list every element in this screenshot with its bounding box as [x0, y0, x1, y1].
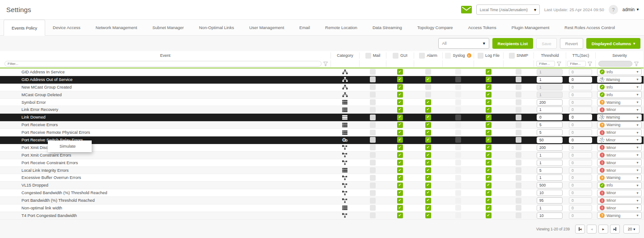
tab-events-policy[interactable]: Events Policy	[4, 20, 45, 36]
mail-checkbox[interactable]	[370, 144, 376, 150]
log-checkbox[interactable]	[486, 198, 491, 204]
table-row[interactable]: Port Receive Remote Physical Errors!Mino…	[0, 129, 644, 136]
alarm-checkbox[interactable]	[425, 190, 431, 196]
alarm-checkbox[interactable]	[425, 130, 431, 136]
mail-checkbox[interactable]	[370, 84, 376, 90]
context-menu-item-simulate[interactable]: Simulate	[48, 140, 92, 152]
log-checkbox[interactable]	[486, 160, 491, 166]
snmp-checkbox[interactable]	[516, 212, 521, 218]
snmp-checkbox[interactable]	[516, 107, 521, 113]
mail-checkbox[interactable]	[370, 198, 376, 204]
ttl-input[interactable]	[569, 190, 592, 196]
ttl-input[interactable]	[569, 137, 592, 143]
filter-funnel-icon[interactable]	[634, 62, 639, 66]
tab-remote-location[interactable]: Remote Location	[318, 20, 365, 35]
ttl-input[interactable]	[569, 182, 592, 188]
gui-checkbox[interactable]	[397, 144, 403, 150]
threshold-input[interactable]	[537, 167, 563, 174]
tab-non-optimal-links[interactable]: Non-Optimal Links	[191, 20, 242, 35]
log-checkbox[interactable]	[486, 76, 491, 82]
tab-access-tokens[interactable]: Access Tokens	[461, 20, 504, 35]
threshold-input[interactable]	[537, 174, 563, 181]
mail-select-all-checkbox[interactable]	[365, 53, 371, 59]
alarm-checkbox[interactable]	[425, 92, 431, 98]
threshold-input[interactable]	[537, 190, 563, 196]
snmp-checkbox[interactable]	[516, 144, 521, 150]
syslog-checkbox[interactable]	[455, 160, 461, 166]
snmp-checkbox[interactable]	[516, 160, 521, 166]
ttl-input[interactable]	[569, 167, 592, 174]
table-row[interactable]: Link Downed?Warning▼	[0, 114, 644, 121]
displayed-columns-button[interactable]: Displayed Columns ▾	[586, 38, 640, 49]
severity-select[interactable]: !Minor▼	[597, 129, 642, 136]
event-filter-input[interactable]	[4, 61, 322, 67]
gui-checkbox[interactable]	[397, 137, 403, 143]
severity-select[interactable]: !Minor▼	[597, 144, 642, 151]
syslog-checkbox[interactable]	[455, 69, 461, 75]
syslog-checkbox[interactable]	[455, 144, 461, 150]
mail-checkbox[interactable]	[370, 167, 376, 173]
table-row[interactable]: Port Xmit Constraint Errors!Minor▼	[0, 152, 644, 159]
threshold-input[interactable]	[537, 92, 563, 98]
severity-select[interactable]: !Minor▼	[597, 204, 642, 211]
revert-button[interactable]: Revert	[560, 38, 583, 49]
table-row[interactable]: Non-optimal link width!Minor▼	[0, 204, 644, 212]
tab-topology-compare[interactable]: Topology Compare	[410, 20, 461, 35]
syslog-checkbox[interactable]	[455, 137, 461, 143]
table-row[interactable]: Port Bandwidth (%) Threshold Reached!Min…	[0, 197, 644, 204]
alarm-checkbox[interactable]	[425, 183, 431, 188]
logfile-select-all-checkbox[interactable]	[478, 53, 483, 59]
gui-checkbox[interactable]	[397, 152, 403, 158]
table-row[interactable]: MCast Group Deleted✓Info▼	[0, 91, 644, 99]
gui-checkbox[interactable]	[397, 190, 403, 196]
snmp-checkbox[interactable]	[516, 190, 521, 196]
mail-checkbox[interactable]	[370, 107, 376, 113]
gui-checkbox[interactable]	[397, 92, 403, 98]
gui-checkbox[interactable]	[397, 212, 403, 218]
syslog-info-icon[interactable]: i	[467, 53, 471, 58]
ttl-input[interactable]	[569, 69, 592, 75]
table-row[interactable]: Local Link Integrity Errors!Minor▼	[0, 167, 644, 174]
mail-checkbox[interactable]	[370, 205, 376, 211]
gui-checkbox[interactable]	[397, 122, 403, 128]
table-row[interactable]: Port Xmit Discards!Minor▼	[0, 144, 644, 152]
snmp-checkbox[interactable]	[516, 183, 521, 188]
snmp-checkbox[interactable]	[516, 137, 521, 143]
table-row[interactable]: GID Address In Service✓Info▼	[0, 68, 644, 76]
severity-select[interactable]: ?Warning▼	[597, 99, 642, 106]
syslog-checkbox[interactable]	[455, 122, 461, 128]
table-row[interactable]: Port Receive Errors?Warning▼	[0, 121, 644, 129]
user-menu[interactable]: admin ▼	[623, 7, 640, 12]
ttl-input[interactable]	[569, 92, 592, 98]
log-checkbox[interactable]	[486, 205, 491, 211]
threshold-input[interactable]	[537, 106, 563, 113]
severity-select[interactable]: ?Warning▼	[597, 212, 642, 219]
log-checkbox[interactable]	[486, 190, 491, 196]
log-checkbox[interactable]	[486, 92, 491, 98]
severity-select[interactable]: ✓Info▼	[597, 182, 642, 189]
threshold-input[interactable]	[537, 137, 563, 143]
snmp-checkbox[interactable]	[516, 175, 521, 181]
severity-select[interactable]: !Minor▼	[597, 152, 642, 158]
timezone-select[interactable]: Local Time (Asia/Jerusalem) ▾	[476, 4, 540, 15]
syslog-checkbox[interactable]	[455, 183, 461, 188]
mail-checkbox[interactable]	[370, 92, 376, 98]
gui-checkbox[interactable]	[397, 175, 403, 181]
ttl-input[interactable]	[569, 122, 592, 128]
ttl-input[interactable]	[569, 152, 592, 158]
last-page-button[interactable]: ▸	[610, 225, 620, 234]
snmp-select-all-checkbox[interactable]	[509, 53, 515, 59]
category-filter-select[interactable]: All ▾	[438, 38, 489, 49]
syslog-checkbox[interactable]	[455, 198, 461, 204]
threshold-input[interactable]	[537, 84, 563, 90]
gui-checkbox[interactable]	[397, 115, 403, 120]
syslog-checkbox[interactable]	[455, 212, 461, 218]
ttl-input[interactable]	[569, 160, 592, 166]
alarm-checkbox[interactable]	[425, 137, 431, 143]
snmp-checkbox[interactable]	[516, 76, 521, 82]
syslog-checkbox[interactable]	[455, 175, 461, 181]
ttl-input[interactable]	[569, 144, 592, 151]
log-checkbox[interactable]	[486, 84, 491, 90]
alarm-checkbox[interactable]	[425, 84, 431, 90]
severity-select[interactable]: ?Warning▼	[597, 174, 642, 181]
